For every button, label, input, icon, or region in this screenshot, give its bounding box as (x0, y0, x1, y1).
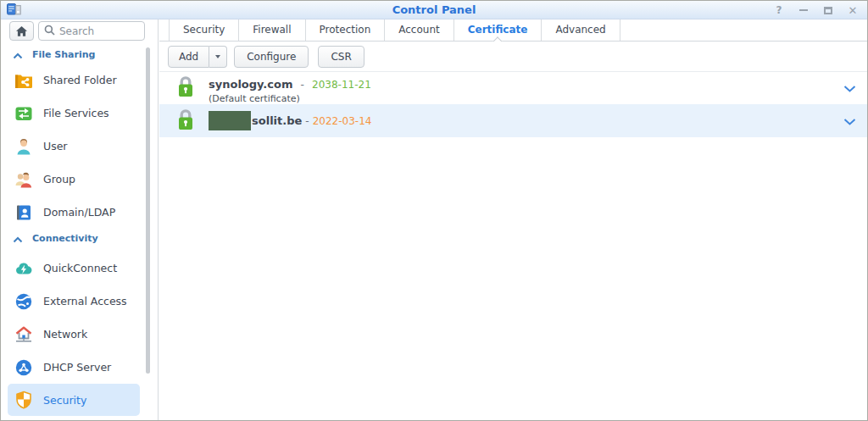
search-icon (44, 23, 55, 39)
maximize-icon[interactable] (822, 4, 834, 16)
section-label: File Sharing (32, 49, 95, 60)
tab-account[interactable]: Account (385, 19, 453, 41)
home-button[interactable] (9, 21, 34, 41)
sidebar-item-file-services[interactable]: File Services (8, 97, 140, 130)
sidebar-item-security[interactable]: Security (8, 384, 140, 416)
sidebar-item-label: Group (43, 173, 75, 186)
file-services-icon (14, 104, 33, 123)
sidebar-item-external-access[interactable]: External Access (8, 285, 140, 318)
sidebar-item-label: Shared Folder (43, 74, 117, 86)
home-icon (13, 22, 31, 41)
close-icon[interactable]: ✕ (847, 4, 859, 16)
section-connectivity[interactable]: Connectivity (13, 229, 141, 247)
certificate-info: sollit.be - 2022-03-14 (209, 104, 833, 137)
help-icon[interactable]: ? (773, 4, 785, 16)
dhcp-server-icon (14, 358, 33, 377)
certificate-expiry-date: 2038-11-21 (312, 79, 371, 91)
certificate-name: sollit.be (252, 114, 302, 127)
separator: - (305, 115, 309, 127)
search-box (38, 21, 145, 41)
search-input[interactable] (59, 25, 139, 37)
certificate-expiry-date: 2022-03-14 (313, 115, 372, 127)
lock-icon (176, 75, 195, 102)
sidebar-item-quickconnect[interactable]: QuickConnect (8, 252, 140, 285)
sidebar-item-network[interactable]: Network (8, 318, 140, 351)
add-button[interactable]: Add (168, 46, 209, 68)
sidebar-item-label: Domain/LDAP (43, 206, 115, 219)
window-title: Control Panel (1, 1, 867, 19)
certificate-row-synology[interactable]: synology.com - 2038-11-21 (Default certi… (159, 72, 867, 104)
control-panel-app-icon (7, 3, 21, 19)
tab-firewall[interactable]: Firewall (239, 19, 305, 41)
section-file-sharing[interactable]: File Sharing (13, 45, 141, 64)
sidebar-item-shared-folder[interactable]: Shared Folder (8, 64, 140, 97)
minimize-icon[interactable] (798, 4, 810, 16)
sidebar-item-label: Network (43, 328, 87, 341)
add-dropdown-arrow[interactable] (209, 46, 227, 68)
redacted-text (209, 111, 251, 130)
sidebar-item-label: User (43, 140, 68, 152)
csr-button[interactable]: CSR (318, 46, 364, 68)
lock-icon (176, 108, 195, 134)
tab-security[interactable]: Security (169, 19, 239, 41)
configure-button[interactable]: Configure (234, 46, 309, 68)
chevron-up-icon (13, 230, 23, 247)
certificate-title-line: sollit.be - 2022-03-14 (209, 104, 833, 137)
external-access-icon (14, 292, 33, 311)
titlebar: Control Panel ? ✕ (1, 1, 867, 19)
sidebar: File Sharing Shared Folder (1, 19, 159, 420)
sidebar-item-domain-ldap[interactable]: Domain/LDAP (8, 196, 140, 229)
toolbar: Add Configure CSR (159, 42, 867, 72)
caret-down-icon (215, 55, 220, 58)
certificate-title-line: synology.com - 2038-11-21 (209, 77, 833, 91)
sidebar-item-dhcp-server[interactable]: DHCP Server (8, 351, 140, 384)
sidebar-item-label: DHCP Server (43, 361, 111, 374)
sidebar-item-label: External Access (43, 295, 127, 307)
sidebar-item-group[interactable]: Group (8, 163, 140, 196)
default-certificate-note: (Default certificate) (209, 93, 833, 104)
shared-folder-icon (14, 71, 33, 90)
certificate-row-sollit[interactable]: sollit.be - 2022-03-14 (159, 104, 867, 137)
group-icon (14, 170, 33, 189)
tab-bar: Security Firewall Protection Account Cer… (159, 19, 867, 42)
chevron-down-icon[interactable] (843, 113, 856, 129)
separator: - (301, 79, 304, 91)
quickconnect-icon (14, 259, 33, 278)
network-icon (14, 325, 33, 344)
domain-ldap-icon (14, 203, 33, 222)
section-label: Connectivity (32, 233, 98, 244)
sidebar-item-user[interactable]: User (8, 130, 140, 163)
tab-advanced[interactable]: Advanced (542, 19, 620, 41)
add-split-button: Add (168, 46, 227, 68)
sidebar-item-label: Security (43, 394, 86, 407)
security-shield-icon (14, 391, 33, 409)
chevron-up-icon (13, 47, 23, 63)
main-panel: Security Firewall Protection Account Cer… (159, 19, 867, 420)
tab-certificate[interactable]: Certificate (454, 19, 542, 41)
control-panel-window: Control Panel ? ✕ (0, 0, 868, 421)
user-icon (14, 137, 33, 156)
sidebar-item-label: File Services (43, 107, 109, 119)
sidebar-item-label: QuickConnect (43, 262, 117, 274)
certificate-name: synology.com (209, 78, 293, 91)
sidebar-scrollbar[interactable] (146, 47, 150, 374)
certificate-info: synology.com - 2038-11-21 (Default certi… (209, 72, 833, 104)
chevron-down-icon[interactable] (843, 80, 856, 97)
window-controls: ? ✕ (773, 1, 859, 19)
tab-protection[interactable]: Protection (306, 19, 386, 41)
